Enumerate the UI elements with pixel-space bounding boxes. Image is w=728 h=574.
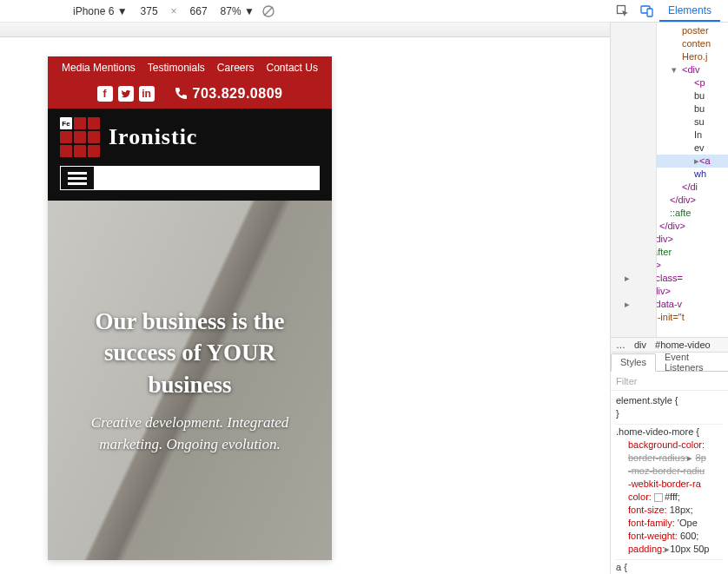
- styles-filter[interactable]: Filter: [611, 372, 728, 391]
- zoom-picker[interactable]: 87% ▼: [221, 5, 255, 17]
- phone-number[interactable]: 703.829.0809: [193, 86, 283, 102]
- crumb-div[interactable]: div: [634, 340, 646, 350]
- devtools-app: iPhone 6 ▼ 375 × 667 87% ▼ ⋮ Media Menti…: [0, 0, 728, 574]
- horizontal-ruler: [0, 23, 610, 37]
- preview-column: Media Mentions Testimonials Careers Cont…: [0, 23, 611, 574]
- style-rule[interactable]: element.style { }: [616, 394, 723, 425]
- site-topbar: Media Mentions Testimonials Careers Cont…: [48, 56, 332, 109]
- search-row: [48, 166, 332, 201]
- style-rule[interactable]: .home-video-more { background-color: bor…: [616, 426, 723, 560]
- svg-rect-4: [647, 9, 652, 16]
- device-picker[interactable]: iPhone 6 ▼: [73, 5, 128, 17]
- nav-testimonials[interactable]: Testimonials: [148, 62, 205, 74]
- hero-sub: Creative development. Integrated marketi…: [60, 412, 320, 455]
- main-split: Media Mentions Testimonials Careers Cont…: [0, 23, 728, 574]
- logo-icon: Fe: [60, 117, 100, 157]
- dimension-separator: ×: [171, 5, 177, 17]
- nav-careers[interactable]: Careers: [217, 62, 255, 74]
- linkedin-icon[interactable]: in: [139, 86, 155, 102]
- viewport-width[interactable]: 375: [135, 5, 164, 17]
- hero-heading: Our business is the success of YOUR busi…: [60, 306, 320, 400]
- hero-section: Our business is the success of YOUR busi…: [48, 201, 332, 560]
- rotate-icon[interactable]: [261, 4, 275, 18]
- styles-body[interactable]: element.style { } .home-video-more { bac…: [611, 391, 728, 574]
- device-mode-icon[interactable]: [640, 4, 654, 18]
- brand-bar: Fe Ironistic: [48, 109, 332, 166]
- devtools-panel: Elements poster conten Hero.j <div <p bu…: [611, 23, 728, 574]
- nav-media[interactable]: Media Mentions: [62, 62, 136, 74]
- brand-name[interactable]: Ironistic: [109, 124, 197, 150]
- crumb-id[interactable]: #home-video: [655, 340, 711, 350]
- twitter-icon[interactable]: [118, 86, 134, 102]
- viewport-height[interactable]: 667: [184, 5, 214, 17]
- phone-icon: [174, 87, 188, 101]
- style-rule[interactable]: a {: [616, 561, 723, 574]
- devtools-tabs: Elements: [659, 0, 720, 22]
- styles-tabs: Styles Event Listeners: [611, 353, 728, 372]
- search-input[interactable]: [95, 166, 320, 190]
- top-nav: Media Mentions Testimonials Careers Cont…: [56, 62, 323, 74]
- tab-elements[interactable]: Elements: [659, 0, 720, 22]
- svg-line-1: [264, 7, 273, 16]
- nav-contact[interactable]: Contact Us: [267, 62, 318, 74]
- tab-event-listeners[interactable]: Event Listeners: [656, 353, 728, 371]
- phone-frame: Media Mentions Testimonials Careers Cont…: [48, 56, 332, 560]
- logo-fe: Fe: [60, 117, 72, 129]
- social-row: f in 703.829.0809: [97, 86, 283, 102]
- dom-tree[interactable]: poster conten Hero.j <div <p bu bu su In…: [611, 23, 728, 337]
- facebook-icon[interactable]: f: [97, 86, 113, 102]
- color-swatch-icon[interactable]: [654, 493, 663, 502]
- preview-canvas: Media Mentions Testimonials Careers Cont…: [0, 37, 610, 574]
- tab-styles[interactable]: Styles: [611, 353, 656, 372]
- inspect-icon[interactable]: [616, 4, 630, 18]
- crumb-more[interactable]: …: [616, 340, 625, 350]
- dom-breadcrumb[interactable]: … div #home-video: [611, 337, 728, 353]
- hamburger-icon[interactable]: [60, 166, 95, 190]
- devtools-header: Elements: [611, 0, 728, 23]
